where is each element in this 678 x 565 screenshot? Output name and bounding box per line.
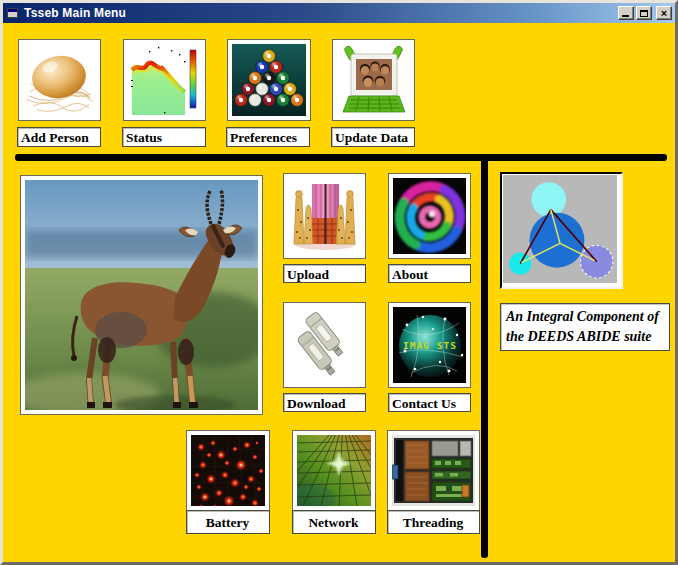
network-globe-icon: IMAG STS — [393, 307, 466, 383]
battery-button[interactable] — [186, 430, 270, 511]
contact-us-label[interactable]: Contact Us — [388, 393, 471, 412]
server-internals-icon — [392, 435, 475, 506]
preferences-button[interactable] — [227, 39, 311, 121]
billiard-rack-icon — [232, 44, 306, 116]
preferences-label[interactable]: Preferences — [226, 127, 310, 147]
usb-flash-drives-icon — [288, 307, 361, 383]
heatmap-chart-icon — [128, 44, 201, 116]
download-button[interactable] — [283, 302, 366, 388]
golden-egg-nest-icon — [23, 44, 96, 116]
maximize-icon — [640, 10, 648, 17]
cheetah-sculpture-icon — [288, 178, 361, 254]
vertical-divider — [481, 154, 488, 558]
add-person-label[interactable]: Add Person — [17, 127, 101, 147]
right-panel-picture — [500, 172, 623, 289]
threading-label[interactable]: Threading — [387, 510, 480, 534]
green-laptop-icon — [337, 44, 410, 116]
maximize-button[interactable] — [636, 6, 652, 20]
about-button[interactable] — [388, 173, 471, 259]
close-icon: × — [661, 8, 667, 19]
window-title: Tsseb Main Menu — [24, 6, 126, 20]
threading-button[interactable] — [387, 430, 480, 511]
green-mesh-icon — [297, 435, 371, 506]
minimize-button[interactable] — [618, 6, 634, 20]
battery-label[interactable]: Battery — [186, 510, 270, 534]
upload-button[interactable] — [283, 173, 366, 259]
form-icon — [6, 7, 20, 20]
main-menu-canvas: Add Person Status Preferences Update Dat… — [3, 23, 675, 562]
suite-tagline: An Integral Component of the DEEDS ABIDE… — [500, 303, 670, 351]
status-button[interactable] — [123, 39, 206, 121]
app-window: Tsseb Main Menu × — [0, 0, 678, 565]
update-data-label[interactable]: Update Data — [331, 127, 415, 147]
upload-label[interactable]: Upload — [283, 264, 366, 283]
add-person-button[interactable] — [18, 39, 101, 121]
rainbow-spiral-icon — [393, 178, 466, 254]
download-label[interactable]: Download — [283, 393, 366, 412]
network-label[interactable]: Network — [292, 510, 376, 534]
topi-antelope-photo — [25, 180, 258, 410]
globe-text: IMAG STS — [403, 340, 457, 351]
network-button[interactable] — [292, 430, 376, 511]
red-sparks-icon — [191, 435, 265, 506]
close-button[interactable]: × — [656, 6, 672, 20]
molecule-graph-image — [503, 175, 617, 283]
contact-us-button[interactable]: IMAG STS — [388, 302, 471, 388]
horizontal-divider — [15, 154, 667, 161]
hero-picture — [20, 175, 263, 415]
update-data-button[interactable] — [332, 39, 415, 121]
minimize-icon — [622, 15, 629, 17]
titlebar[interactable]: Tsseb Main Menu × — [3, 3, 675, 23]
about-label[interactable]: About — [388, 264, 471, 283]
status-label[interactable]: Status — [122, 127, 206, 147]
